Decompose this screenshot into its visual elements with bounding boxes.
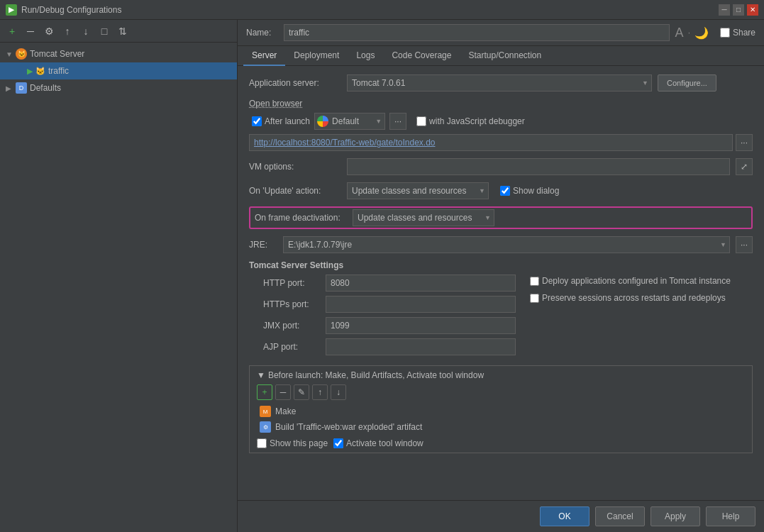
deploy-apps-text: Deploy applications configured in Tomcat… bbox=[542, 276, 731, 286]
on-frame-deactivation-label: On frame deactivation: bbox=[255, 213, 347, 223]
vm-options-row: VM options: ⤢ bbox=[249, 158, 753, 175]
js-debugger-checkbox[interactable] bbox=[416, 116, 426, 126]
on-update-row: On 'Update' action: Update classes and r… bbox=[249, 182, 753, 199]
title-bar: ▶ Run/Debug Configurations ─ □ ✕ bbox=[0, 0, 764, 20]
https-port-input[interactable] bbox=[326, 296, 516, 313]
tree-item-tomcat-server[interactable]: ▼ 🐱 Tomcat Server bbox=[0, 45, 237, 62]
activate-tool-window-checkbox[interactable] bbox=[333, 438, 343, 448]
on-frame-deactivation-select-wrapper: Update classes and resources bbox=[353, 209, 494, 226]
http-port-label: HTTP port: bbox=[263, 278, 320, 288]
on-update-select[interactable]: Update classes and resources bbox=[347, 182, 489, 199]
show-dialog-text: Show dialog bbox=[513, 186, 559, 196]
tab-logs[interactable]: Logs bbox=[348, 46, 383, 66]
vm-expand-button[interactable]: ⤢ bbox=[736, 158, 753, 175]
bl-remove-button[interactable]: ─ bbox=[275, 384, 291, 400]
tab-startup-connection[interactable]: Startup/Connection bbox=[460, 46, 550, 66]
tomcat-settings-title: Tomcat Server Settings bbox=[249, 260, 343, 270]
cancel-button[interactable]: Cancel bbox=[595, 506, 645, 526]
name-input[interactable] bbox=[284, 24, 670, 41]
after-launch-checkbox[interactable] bbox=[252, 116, 262, 126]
open-browser-section: Open browser After launch bbox=[249, 99, 753, 151]
bl-edit-button[interactable]: ✎ bbox=[294, 384, 309, 400]
apply-button[interactable]: Apply bbox=[650, 506, 700, 526]
browser-more-button[interactable]: ··· bbox=[389, 113, 406, 130]
server-tab-content: Application server: Tomcat 7.0.61 Config… bbox=[238, 66, 764, 500]
tree-label-traffic: traffic bbox=[48, 66, 69, 76]
show-page-checkbox-label[interactable]: Show this page bbox=[257, 438, 328, 448]
move-down-button[interactable]: ↓ bbox=[78, 23, 94, 39]
run-icon: ▶ bbox=[27, 67, 33, 76]
deploy-apps-checkbox-label[interactable]: Deploy applications configured in Tomcat… bbox=[530, 276, 731, 286]
bl-move-down-button[interactable]: ↓ bbox=[331, 384, 346, 400]
sidebar: + ─ ⚙ ↑ ↓ □ ⇅ ▼ 🐱 Tomcat Server ▶ 🐱 traf… bbox=[0, 20, 238, 532]
before-launch-toolbar: + ─ ✎ ↑ ↓ bbox=[257, 384, 745, 400]
show-page-checkbox[interactable] bbox=[257, 438, 267, 448]
browser-row: After launch Default ··· with JavaSc bbox=[252, 113, 525, 130]
jmx-port-label: JMX port: bbox=[263, 321, 320, 331]
before-launch-title: Before launch: Make, Build Artifacts, Ac… bbox=[268, 370, 484, 380]
on-frame-deactivation-select[interactable]: Update classes and resources bbox=[353, 209, 494, 226]
window-controls: ─ □ ✕ bbox=[719, 4, 758, 16]
tab-deployment[interactable]: Deployment bbox=[285, 46, 348, 66]
maximize-button[interactable]: □ bbox=[733, 4, 744, 16]
http-port-input[interactable] bbox=[326, 275, 516, 292]
theme-toggle-icon[interactable]: 🌙 bbox=[694, 26, 709, 40]
activate-tool-window-checkbox-label[interactable]: Activate tool window bbox=[333, 438, 423, 448]
share-row: Share bbox=[720, 28, 755, 38]
url-more-button[interactable]: ··· bbox=[736, 134, 753, 151]
ajp-port-input[interactable] bbox=[326, 338, 516, 355]
app-server-label: Application server: bbox=[249, 78, 341, 88]
show-dialog-checkbox-label[interactable]: Show dialog bbox=[500, 186, 559, 196]
help-button[interactable]: Help bbox=[706, 506, 755, 526]
on-update-label: On 'Update' action: bbox=[249, 186, 341, 196]
show-dialog-checkbox[interactable] bbox=[500, 186, 510, 196]
folder-button[interactable]: □ bbox=[96, 23, 112, 39]
jre-more-button[interactable]: ··· bbox=[736, 236, 753, 253]
ports-and-options: HTTP port: HTTPs port: JMX port: AJ bbox=[249, 275, 753, 355]
preserve-sessions-checkbox[interactable] bbox=[530, 294, 539, 303]
preserve-sessions-checkbox-label[interactable]: Preserve sessions across restarts and re… bbox=[530, 293, 731, 303]
copy-config-button[interactable]: ⚙ bbox=[41, 23, 57, 39]
vm-options-label: VM options: bbox=[249, 162, 341, 172]
browser-select-container: Default bbox=[314, 113, 385, 130]
bl-item-build-artifact[interactable]: ⚙ Build 'Traffic-web:war exploded' artif… bbox=[257, 420, 745, 434]
minimize-button[interactable]: ─ bbox=[719, 4, 730, 16]
tree-item-traffic[interactable]: ▶ 🐱 traffic bbox=[0, 62, 237, 79]
tab-code-coverage[interactable]: Code Coverage bbox=[383, 46, 460, 66]
bl-add-button[interactable]: + bbox=[257, 384, 272, 400]
jre-label: JRE: bbox=[249, 240, 277, 250]
jre-select[interactable]: E:\jdk1.7.0.79\jre bbox=[283, 236, 730, 253]
font-large-icon[interactable]: A bbox=[675, 26, 684, 40]
http-port-row: HTTP port: bbox=[263, 275, 516, 292]
activate-tool-window-text: Activate tool window bbox=[346, 438, 423, 448]
add-config-button[interactable]: + bbox=[4, 23, 20, 39]
move-up-button[interactable]: ↑ bbox=[60, 23, 75, 39]
deploy-options: Deploy applications configured in Tomcat… bbox=[530, 275, 731, 355]
defaults-icon: D bbox=[16, 82, 27, 94]
remove-config-button[interactable]: ─ bbox=[23, 23, 38, 39]
app-server-select[interactable]: Tomcat 7.0.61 bbox=[347, 74, 652, 92]
js-debugger-checkbox-label[interactable]: with JavaScript debugger bbox=[416, 116, 525, 126]
tree-item-defaults[interactable]: ▶ D Defaults bbox=[0, 79, 237, 96]
jre-row: JRE: E:\jdk1.7.0.79\jre ··· bbox=[249, 236, 753, 253]
bl-move-up-button[interactable]: ↑ bbox=[312, 384, 328, 400]
tab-server[interactable]: Server bbox=[243, 46, 285, 66]
collapse-arrow[interactable]: ▼ bbox=[257, 370, 265, 380]
vm-options-input[interactable] bbox=[347, 158, 730, 175]
share-checkbox[interactable] bbox=[720, 28, 730, 38]
tomcat-settings-section: Tomcat Server Settings HTTP port: HTTPs … bbox=[249, 260, 753, 355]
deploy-apps-checkbox[interactable] bbox=[530, 277, 539, 286]
url-input[interactable] bbox=[249, 134, 733, 151]
after-launch-checkbox-label[interactable]: After launch bbox=[252, 116, 310, 126]
ok-button[interactable]: OK bbox=[540, 506, 589, 526]
jmx-port-input[interactable] bbox=[326, 317, 516, 334]
configure-button[interactable]: Configure... bbox=[658, 74, 716, 92]
before-launch-list: M Make ⚙ Build 'Traffic-web:war exploded… bbox=[257, 404, 745, 434]
app-icon: ▶ bbox=[6, 4, 17, 16]
close-button[interactable]: ✕ bbox=[747, 4, 758, 16]
tree-label-defaults: Defaults bbox=[30, 83, 61, 93]
before-launch-bottom-row: Show this page Activate tool window bbox=[257, 438, 745, 448]
right-panel: Name: A · 🌙 Share Server Deployment Logs… bbox=[238, 20, 764, 532]
bl-item-make[interactable]: M Make bbox=[257, 404, 745, 419]
sort-button[interactable]: ⇅ bbox=[115, 23, 131, 39]
